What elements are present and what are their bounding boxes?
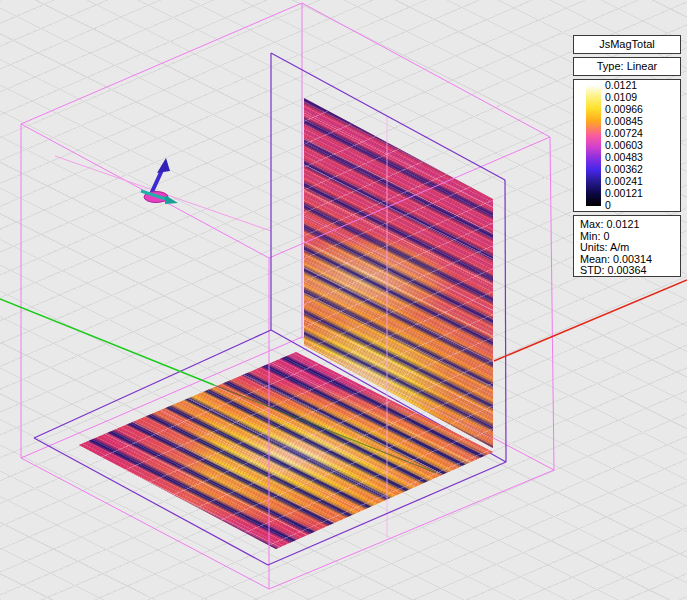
colorbar-tick-label: 0.00724 [605, 128, 643, 139]
plot-legend: JsMagTotal Type: Linear 0.01210.01090.00… [573, 35, 681, 280]
colorbar-tick-label: 0.00241 [605, 176, 643, 187]
colorbar-tick-label: 0.00121 [605, 188, 643, 199]
legend-color-scale: 0.01210.01090.009660.008450.007240.00603… [573, 79, 681, 212]
colorbar-tick-label: 0.00362 [605, 164, 643, 175]
3d-viewport[interactable]: JsMagTotal Type: Linear 0.01210.01090.00… [0, 0, 687, 600]
tangent-arrow-icon [141, 191, 169, 200]
colorbar-tick-label: 0.00483 [605, 152, 643, 163]
excitation-line [55, 156, 271, 231]
coordinate-triad [141, 158, 178, 204]
colorbar-tick-label: 0 [605, 200, 643, 211]
legend-title: JsMagTotal [573, 35, 681, 54]
colorbar-tick-label: 0.0121 [605, 80, 643, 91]
plane-disc-icon [144, 192, 168, 203]
tangent-arrowhead-icon [165, 195, 178, 204]
x-axis-line [494, 280, 687, 361]
colorbar-tick-label: 0.00845 [605, 116, 643, 127]
colorbar-tick-label: 0.00966 [605, 104, 643, 115]
colorbar [586, 85, 601, 206]
y-axis-line [0, 299, 214, 385]
colorbar-tick-label: 0.0109 [605, 92, 643, 103]
z-axis-arrow-icon [151, 168, 163, 194]
legend-statistics: Max: 0.0121Min: 0Units: A/mMean: 0.00314… [573, 215, 681, 277]
z-axis-arrowhead-icon [157, 158, 170, 173]
legend-stat-line: STD: 0.00364 [580, 265, 680, 277]
legend-scale-type: Type: Linear [573, 57, 681, 76]
legend-stat-line: Max: 0.0121 [580, 219, 680, 231]
colorbar-ticks: 0.01210.01090.009660.008450.007240.00603… [605, 80, 643, 211]
colorbar-tick-label: 0.00603 [605, 140, 643, 151]
